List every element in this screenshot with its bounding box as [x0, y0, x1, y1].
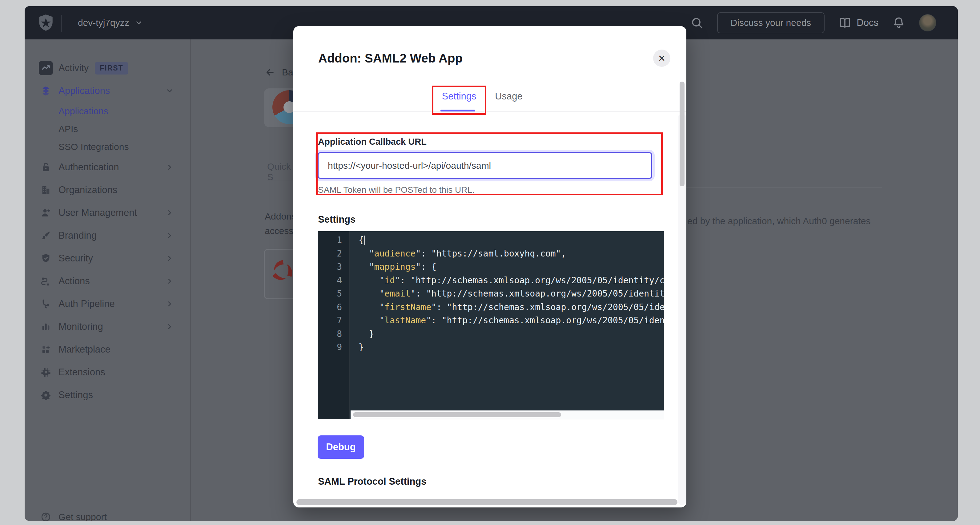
tab-usage[interactable]: Usage — [490, 91, 527, 102]
line-number: 7 — [318, 314, 349, 327]
sidebar-item-actions[interactable]: Actions — [25, 270, 190, 292]
tab-quick-start[interactable]: Quick S — [267, 161, 293, 182]
grid-plus-icon — [41, 344, 51, 355]
sidebar-item-user-management[interactable]: User Management — [25, 201, 190, 224]
line-number: 4 — [318, 274, 349, 287]
sidebar-item-settings[interactable]: Settings — [25, 384, 190, 407]
sidebar-item-sso-integrations[interactable]: SSO Integrations — [25, 138, 190, 156]
addons-paragraph-fragment: Addons access — [265, 209, 293, 238]
sidebar-item-label: APIs — [59, 124, 78, 134]
chevron-right-icon — [165, 277, 173, 285]
line-number: 3 — [318, 260, 349, 274]
sidebar-item-label: Settings — [59, 389, 93, 401]
callback-url-help: SAML Token will be POSTed to this URL. — [318, 185, 475, 195]
layers-icon — [41, 86, 51, 96]
sidebar-item-label: Marketplace — [59, 344, 110, 355]
line-number: 5 — [318, 287, 349, 300]
sidebar-item-security[interactable]: Security — [25, 247, 190, 270]
sidebar-item-apis[interactable]: APIs — [25, 120, 190, 138]
modal-horizontal-scrollbar-thumb[interactable] — [296, 499, 678, 505]
line-number: 6 — [318, 300, 349, 314]
settings-code-editor[interactable]: 123456789 { "audience": "https://saml.bo… — [318, 231, 664, 420]
sidebar-item-authentication[interactable]: Authentication — [25, 156, 190, 179]
sidebar-item-label: Get support — [59, 512, 107, 521]
editor-code[interactable]: { "audience": "https://saml.boxyhq.com",… — [351, 231, 664, 410]
settings-heading: Settings — [318, 214, 355, 225]
sidebar-item-label: Extensions — [59, 367, 105, 378]
editor-horizontal-scrollbar[interactable] — [351, 410, 664, 419]
sidebar-item-label: Applications — [59, 106, 108, 116]
sidebar-item-label: Authentication — [59, 162, 119, 173]
sidebar-item-extensions[interactable]: Extensions — [25, 361, 190, 384]
page-tab-divider-right — [686, 187, 882, 188]
line-number: 9 — [318, 341, 349, 354]
gear-icon — [41, 390, 51, 400]
building-icon — [41, 185, 51, 195]
paragraph-fragment-right: ed by the application, which Auth0 gener… — [687, 216, 870, 226]
sidebar-item-applications[interactable]: Applications — [25, 80, 190, 102]
tenant-switcher[interactable]: dev-tyj7qyzz — [78, 6, 143, 40]
sidebar-item-organizations[interactable]: Organizations — [25, 179, 190, 201]
chevron-right-icon — [165, 300, 173, 308]
sidebar-item-auth-pipeline[interactable]: Auth Pipeline — [25, 292, 190, 315]
search-icon[interactable] — [690, 16, 703, 30]
chevron-right-icon — [165, 323, 173, 331]
arrow-left-icon — [265, 67, 275, 77]
chevron-right-icon — [165, 231, 173, 239]
docs-link[interactable]: Docs — [838, 16, 878, 30]
back-label: Bac — [282, 67, 293, 78]
sidebar-item-label: SSO Integrations — [59, 142, 129, 152]
sidebar-item-get-support[interactable]: Get support — [25, 507, 191, 521]
close-icon[interactable]: ✕ — [653, 49, 670, 67]
code-line: "lastName": "http://schemas.xmlsoap.org/… — [359, 314, 664, 327]
flow-icon — [41, 276, 51, 286]
sidebar-item-label: Branding — [59, 230, 97, 241]
sidebar-item-label: Actions — [59, 276, 90, 287]
chevron-down-icon — [165, 87, 173, 95]
callback-url-label: Application Callback URL — [318, 137, 426, 147]
topbar-actions: Discuss your needs Docs — [690, 6, 936, 40]
saml-protocol-settings-heading: SAML Protocol Settings — [318, 476, 426, 487]
debug-button[interactable]: Debug — [318, 436, 364, 459]
discuss-your-needs-button[interactable]: Discuss your needs — [717, 12, 825, 33]
paragraph-line: access — [265, 223, 293, 238]
lock-icon — [41, 162, 51, 172]
callback-url-input[interactable] — [318, 152, 652, 179]
sidebar-item-label: Organizations — [59, 184, 117, 196]
tenant-name: dev-tyj7qyzz — [78, 18, 129, 28]
auth0-logo-icon[interactable] — [37, 13, 55, 33]
pipeline-icon — [41, 299, 51, 309]
chip-icon — [41, 367, 51, 378]
sidebar-item-monitoring[interactable]: Monitoring — [25, 315, 190, 338]
chevron-right-icon — [165, 254, 173, 262]
help-circle-icon — [41, 512, 51, 521]
sidebar-item-label: Auth Pipeline — [59, 298, 115, 310]
sidebar-footer: Get supportGive feedback — [25, 507, 191, 521]
editor-hscroll-thumb[interactable] — [353, 412, 561, 417]
avatar[interactable] — [919, 14, 936, 31]
bar-chart-icon — [41, 321, 51, 332]
line-number: 8 — [318, 327, 349, 341]
background-page-left: Bac Quick S Addons access — [191, 40, 293, 521]
bell-icon[interactable] — [892, 16, 905, 30]
back-link[interactable]: Bac — [265, 67, 293, 78]
code-line: "mappings": { — [359, 260, 664, 274]
tab-settings[interactable]: Settings — [433, 91, 485, 102]
code-line: } — [359, 327, 664, 341]
sidebar-item-label: User Management — [59, 207, 137, 218]
chevron-down-icon — [135, 19, 143, 27]
modal-vertical-scrollbar-thumb[interactable] — [679, 81, 684, 186]
sidebar-item-label: Monitoring — [59, 321, 103, 332]
addon-saml2-modal: Addon: SAML2 Web App ✕ SettingsUsage App… — [293, 26, 686, 507]
sidebar: ActivityFIRSTApplicationsApplicationsAPI… — [25, 40, 191, 521]
page-tab-divider — [267, 181, 293, 181]
sidebar-item-branding[interactable]: Branding — [25, 224, 190, 247]
sidebar-item-applications[interactable]: Applications — [25, 102, 190, 120]
docs-label: Docs — [857, 17, 878, 28]
sidebar-item-activity[interactable]: ActivityFIRST — [25, 57, 190, 80]
code-line: } — [359, 341, 664, 354]
sidebar-item-marketplace[interactable]: Marketplace — [25, 338, 190, 361]
editor-gutter: 123456789 — [318, 231, 350, 419]
tabs-divider — [293, 112, 686, 112]
code-line: "email": "http://schemas.xmlsoap.org/ws/… — [359, 287, 664, 300]
